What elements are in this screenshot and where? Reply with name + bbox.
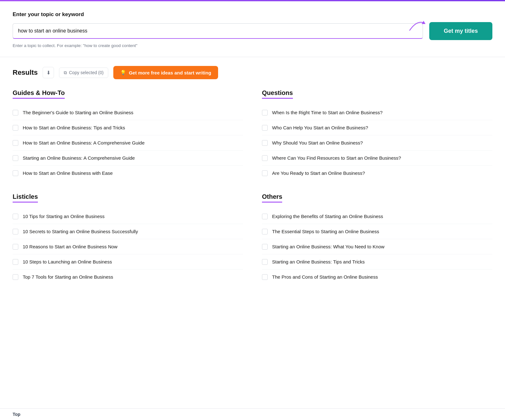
category-guides-title: Guides & How-To — [13, 89, 65, 99]
list-item[interactable]: The Beginner's Guide to Starting an Onli… — [13, 105, 243, 120]
search-row: Get my titles — [13, 22, 492, 40]
item-checkbox[interactable] — [262, 110, 268, 115]
item-checkbox[interactable] — [13, 140, 18, 146]
category-questions: Questions When Is the Right Time to Star… — [262, 89, 492, 180]
item-text: 10 Steps to Launching an Online Business — [23, 258, 112, 265]
hint-text: Enter a topic to collect. For example: "… — [13, 43, 492, 48]
item-text: The Beginner's Guide to Starting an Onli… — [23, 109, 134, 116]
list-item[interactable]: Exploring the Benefits of Starting an On… — [262, 209, 492, 224]
results-toolbar: Results ⬇ ⧉ Copy selected (0) 💡 Get more… — [13, 66, 492, 79]
item-checkbox[interactable] — [262, 229, 268, 234]
list-item[interactable]: Top 7 Tools for Starting an Online Busin… — [13, 269, 243, 284]
item-text: How to Start an Online Business with Eas… — [23, 170, 113, 176]
lightbulb-icon: 💡 — [120, 70, 126, 75]
list-item[interactable]: Starting an Online Business: Tips and Tr… — [262, 254, 492, 269]
item-text: 10 Secrets to Starting an Online Busines… — [23, 228, 138, 235]
item-checkbox[interactable] — [262, 155, 268, 161]
get-titles-button[interactable]: Get my titles — [429, 22, 492, 40]
item-checkbox[interactable] — [13, 259, 18, 265]
list-item[interactable]: The Pros and Cons of Starting an Online … — [262, 269, 492, 284]
item-text: Are You Ready to Start an Online Busines… — [272, 170, 365, 176]
item-text: Starting an Online Business: What You Ne… — [272, 243, 384, 250]
item-text: When Is the Right Time to Start an Onlin… — [272, 109, 383, 116]
item-checkbox[interactable] — [262, 125, 268, 131]
item-text: The Essential Steps to Starting an Onlin… — [272, 228, 379, 235]
item-text: How to Start an Online Business: Tips an… — [23, 124, 125, 131]
item-checkbox[interactable] — [13, 110, 18, 115]
copy-selected-button[interactable]: ⧉ Copy selected (0) — [59, 68, 108, 78]
list-item[interactable]: Why Should You Start an Online Business? — [262, 135, 492, 151]
copy-selected-label: Copy selected (0) — [69, 70, 104, 75]
copy-icon: ⧉ — [64, 70, 67, 75]
get-ideas-label: Get more free ideas and start writing — [129, 70, 211, 75]
results-label: Results — [13, 68, 38, 77]
item-checkbox[interactable] — [13, 125, 18, 131]
questions-items: When Is the Right Time to Start an Onlin… — [262, 105, 492, 180]
list-item[interactable]: How to Start an Online Business with Eas… — [13, 166, 243, 180]
item-checkbox[interactable] — [262, 140, 268, 146]
header-section: Enter your topic or keyword Get my title… — [0, 1, 505, 57]
list-item[interactable]: How to Start an Online Business: Tips an… — [13, 120, 243, 135]
list-item[interactable]: When Is the Right Time to Start an Onlin… — [262, 105, 492, 120]
item-text: Top 7 Tools for Starting an Online Busin… — [23, 274, 113, 280]
input-label: Enter your topic or keyword — [13, 11, 492, 18]
category-questions-title: Questions — [262, 89, 293, 99]
category-listicles-title: Listicles — [13, 193, 38, 203]
item-checkbox[interactable] — [13, 244, 18, 250]
item-checkbox[interactable] — [262, 214, 268, 219]
item-checkbox[interactable] — [262, 170, 268, 176]
list-item[interactable]: 10 Tips for Starting an Online Business — [13, 209, 243, 224]
item-text: Who Can Help You Start an Online Busines… — [272, 124, 368, 131]
guides-items: The Beginner's Guide to Starting an Onli… — [13, 105, 243, 180]
category-listicles: Listicles 10 Tips for Starting an Online… — [13, 193, 243, 284]
item-text: How to Start an Online Business: A Compr… — [23, 139, 145, 146]
others-items: Exploring the Benefits of Starting an On… — [262, 209, 492, 284]
category-others-title: Others — [262, 193, 282, 203]
item-text: Why Should You Start an Online Business? — [272, 139, 363, 146]
item-checkbox[interactable] — [262, 274, 268, 280]
search-input[interactable] — [13, 23, 423, 39]
results-section: Results ⬇ ⧉ Copy selected (0) 💡 Get more… — [0, 57, 505, 310]
download-icon: ⬇ — [46, 70, 50, 76]
list-item[interactable]: The Essential Steps to Starting an Onlin… — [262, 224, 492, 239]
item-text: Exploring the Benefits of Starting an On… — [272, 213, 383, 220]
item-checkbox[interactable] — [13, 214, 18, 219]
item-text: Starting an Online Business: Tips and Tr… — [272, 258, 365, 265]
item-checkbox[interactable] — [13, 274, 18, 280]
download-button[interactable]: ⬇ — [43, 67, 54, 78]
item-text: The Pros and Cons of Starting an Online … — [272, 274, 378, 280]
item-checkbox[interactable] — [13, 229, 18, 234]
item-checkbox[interactable] — [262, 259, 268, 265]
categories-grid: Guides & How-To The Beginner's Guide to … — [13, 89, 492, 297]
arrow-hint-icon — [407, 18, 426, 33]
list-item[interactable]: 10 Steps to Launching an Online Business — [13, 254, 243, 269]
category-others: Others Exploring the Benefits of Startin… — [262, 193, 492, 284]
listicles-items: 10 Tips for Starting an Online Business … — [13, 209, 243, 284]
item-text: Where Can You Find Resources to Start an… — [272, 155, 401, 161]
list-item[interactable]: 10 Secrets to Starting an Online Busines… — [13, 224, 243, 239]
item-text: Starting an Online Business: A Comprehen… — [23, 155, 135, 161]
list-item[interactable]: How to Start an Online Business: A Compr… — [13, 135, 243, 151]
item-text: 10 Reasons to Start an Online Business N… — [23, 243, 117, 250]
list-item[interactable]: Are You Ready to Start an Online Busines… — [262, 166, 492, 180]
list-item[interactable]: Who Can Help You Start an Online Busines… — [262, 120, 492, 135]
item-checkbox[interactable] — [13, 170, 18, 176]
item-text: 10 Tips for Starting an Online Business — [23, 213, 104, 220]
get-ideas-button[interactable]: 💡 Get more free ideas and start writing — [113, 66, 218, 79]
category-guides: Guides & How-To The Beginner's Guide to … — [13, 89, 243, 180]
list-item[interactable]: Starting an Online Business: A Comprehen… — [13, 151, 243, 166]
item-checkbox[interactable] — [13, 155, 18, 161]
list-item[interactable]: Starting an Online Business: What You Ne… — [262, 239, 492, 254]
list-item[interactable]: Where Can You Find Resources to Start an… — [262, 151, 492, 166]
item-checkbox[interactable] — [262, 244, 268, 250]
list-item[interactable]: 10 Reasons to Start an Online Business N… — [13, 239, 243, 254]
